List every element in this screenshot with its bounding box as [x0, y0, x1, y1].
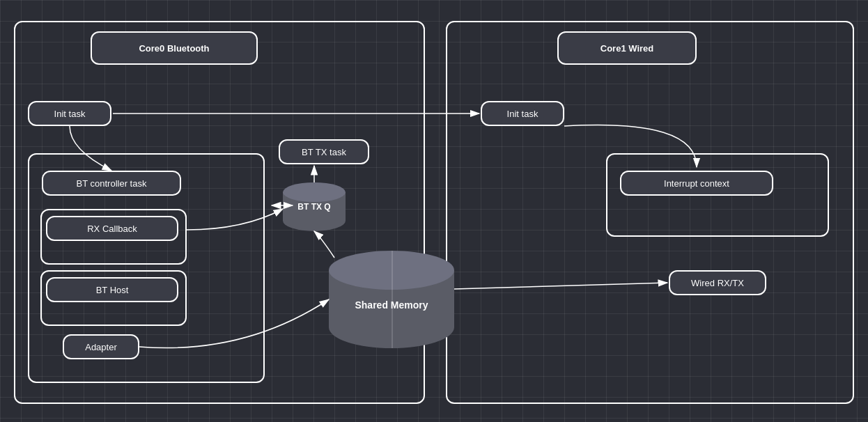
core1-init-task-label: Init task: [507, 109, 538, 119]
bt-tx-task-box: BT TX task: [279, 139, 369, 164]
core0-init-task-box: Init task: [28, 101, 111, 126]
interrupt-inner-box: Interrupt context: [620, 171, 773, 196]
core0-init-task-label: Init task: [54, 109, 86, 119]
bt-host-inner-box: BT Host: [46, 277, 178, 302]
shared-memory-label: Shared Memory: [329, 299, 454, 311]
bt-tx-q-label: BT TX Q: [283, 202, 346, 212]
adapter-box: Adapter: [63, 334, 139, 359]
wired-rxtx-box: Wired RX/TX: [669, 270, 766, 295]
wired-rxtx-label: Wired RX/TX: [691, 278, 744, 288]
interrupt-context-label: Interrupt context: [664, 178, 729, 189]
rx-callback-inner-box: RX Callback: [46, 216, 178, 241]
core0-title-box: Core0 Bluetooth: [91, 31, 258, 65]
bt-controller-task-box: BT controller task: [42, 171, 181, 196]
bt-host-label: BT Host: [96, 285, 129, 295]
core1-title-box: Core1 Wired: [557, 31, 697, 65]
bt-controller-task-label: BT controller task: [77, 178, 147, 189]
bt-tx-task-label: BT TX task: [302, 147, 346, 157]
rx-callback-label: RX Callback: [87, 224, 137, 234]
diagram-container: Core0 Bluetooth Init task BT controller …: [0, 0, 868, 422]
bt-tx-q-top: [283, 182, 346, 202]
core1-title: Core1 Wired: [600, 43, 653, 54]
adapter-label: Adapter: [85, 342, 117, 352]
shared-memory-cylinder: Shared Memory: [329, 251, 454, 348]
core1-init-task-box: Init task: [481, 101, 564, 126]
bt-tx-q-cylinder: BT TX Q: [283, 182, 346, 231]
core0-title: Core0 Bluetooth: [139, 43, 209, 54]
